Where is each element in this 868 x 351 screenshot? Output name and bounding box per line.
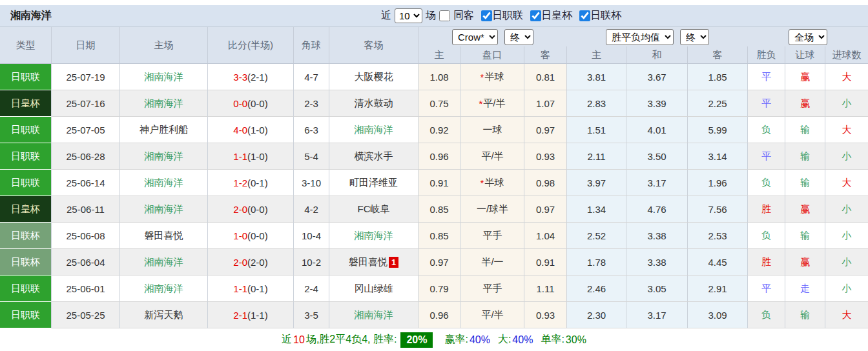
match-date: 25-06-11: [52, 196, 120, 223]
europe-draw-odds: 3.05: [626, 276, 688, 302]
handicap-cell: *平/半: [460, 90, 524, 117]
bookmaker-select[interactable]: Crow*: [452, 29, 498, 45]
league-type-badge: 日职联: [0, 64, 52, 90]
full-time-score: 2-0: [233, 257, 247, 268]
full-time-score: 1-1: [233, 283, 247, 294]
europe-odds-selects: 胜平负均值 终: [567, 27, 748, 46]
same-opponent-label: 同客: [453, 9, 474, 23]
match-row: 日联杯 25-06-04 湘南海洋 2-0(2-0) 10-2 磐田喜悦1 0.…: [0, 249, 868, 276]
subcol-handicap: 盘口: [460, 46, 524, 63]
half-time-score: (0-1): [247, 177, 268, 188]
asian-away-odds: 0.98: [524, 170, 567, 196]
goals-over-under: 大: [825, 170, 868, 196]
handicap-result: 赢: [785, 196, 825, 223]
home-team: 神户胜利船: [120, 117, 208, 143]
home-team: 湘南海洋: [120, 196, 208, 223]
matches-label: 场: [426, 9, 436, 23]
away-team: 湘南海洋: [355, 309, 393, 321]
away-team: FC岐阜: [358, 203, 390, 216]
corner-count: 3-10: [294, 170, 329, 196]
match-row: 日职联 25-06-01 湘南海洋 1-1(0-1) 2-4 冈山绿雄 0.79…: [0, 276, 868, 302]
half-time-score: (2-1): [247, 72, 268, 83]
col-header-corner: 角球: [294, 27, 329, 63]
handicap-line: 半/一: [481, 256, 503, 268]
europe-away-odds: 7.56: [688, 196, 748, 223]
home-team: 湘南海洋: [120, 64, 208, 90]
away-team-cell: 大阪樱花: [329, 64, 418, 90]
handicap-line: 平/半: [481, 309, 503, 321]
asian-odds-time-select[interactable]: 终: [504, 29, 533, 45]
europe-home-odds: 1.51: [567, 117, 626, 143]
match-result: 平: [748, 64, 785, 90]
corner-count: 6-3: [294, 117, 329, 143]
league-type-badge: 日皇杯: [0, 196, 52, 223]
home-team: 新泻天鹅: [120, 302, 208, 328]
col-header-away: 客场: [329, 27, 418, 63]
win-rate-badge: 20%: [400, 332, 433, 348]
asian-home-odds: 0.92: [418, 117, 460, 143]
home-team: 湘南海洋: [120, 249, 208, 276]
goals-over-under: 小: [825, 196, 868, 223]
match-date: 25-06-14: [52, 170, 120, 196]
handicap-result: 输: [785, 143, 825, 170]
home-team: 湘南海洋: [120, 170, 208, 196]
asian-home-odds: 0.91: [418, 170, 460, 196]
match-result: 平: [748, 276, 785, 302]
summary-count: 10: [293, 334, 305, 346]
match-row: 日职联 25-06-14 湘南海洋 1-2(0-1) 3-10 町田泽维亚 0.…: [0, 170, 868, 196]
handicap-rate-value: 40%: [470, 334, 490, 346]
filter-league-cup-checkbox[interactable]: [579, 10, 590, 21]
score-cell: 0-0(0-0): [208, 90, 294, 117]
corner-count: 10-4: [294, 223, 329, 249]
full-time-score: 2-1: [233, 310, 247, 321]
same-opponent-checkbox[interactable]: [439, 10, 450, 21]
half-time-score: (1-0): [247, 125, 268, 135]
score-cell: 1-0(0-0): [208, 223, 294, 249]
europe-draw-odds: 4.76: [626, 196, 688, 223]
away-team: 湘南海洋: [355, 230, 393, 242]
col-header-home: 主场: [120, 27, 208, 63]
asian-home-odds: 0.96: [418, 302, 460, 328]
europe-odds-select[interactable]: 胜平负均值: [606, 29, 674, 45]
europe-away-odds: 1.96: [688, 170, 748, 196]
goals-over-under: 小: [825, 143, 868, 170]
filter-jleague-label: 日职联: [492, 9, 523, 23]
recent-count-select[interactable]: 10: [395, 8, 422, 23]
half-time-score: (0-0): [247, 230, 268, 241]
europe-away-odds: 2.25: [688, 90, 748, 117]
handicap-result: 赢: [785, 249, 825, 276]
match-result: 负: [748, 223, 785, 249]
filter-emperor-cup-checkbox[interactable]: [530, 10, 541, 21]
away-team-cell: 湘南海洋: [329, 302, 418, 328]
match-date: 25-06-01: [52, 276, 120, 302]
away-team-badge: 1: [389, 257, 398, 268]
subcol-asian-home: 主: [418, 46, 460, 63]
europe-draw-odds: 3.17: [626, 170, 688, 196]
summary-record: 场,胜2平4负4, 胜率:: [306, 333, 397, 346]
match-result: 胜: [748, 249, 785, 276]
subcol-odds-away: 客: [688, 46, 748, 63]
score-cell: 1-1(1-0): [208, 143, 294, 170]
match-result: 平: [748, 143, 785, 170]
summary-footer: 近 10 场,胜2平4负4, 胜率: 20% 赢率: 40% 大: 40% 单率…: [0, 328, 868, 351]
handicap-cell: 平/半: [460, 143, 524, 170]
league-type-badge: 日联杯: [0, 223, 52, 249]
asian-away-odds: 1.07: [524, 90, 567, 117]
away-team: 清水鼓动: [355, 97, 393, 110]
match-date: 25-07-05: [52, 117, 120, 143]
europe-home-odds: 2.52: [567, 223, 626, 249]
subcol-odds-draw: 和: [626, 46, 688, 63]
full-time-score: 3-3: [233, 72, 247, 83]
match-table: 类型 日期 主场 比分(半场) 角球 客场 Crow* 终 胜平负均值 终: [0, 27, 868, 328]
league-type-badge: 日职联: [0, 170, 52, 196]
scope-select[interactable]: 全场: [789, 29, 827, 45]
big-rate-label: 大:: [498, 333, 511, 346]
europe-odds-time-select[interactable]: 终: [680, 29, 709, 45]
europe-home-odds: 2.30: [567, 302, 626, 328]
corner-count: 3-5: [294, 302, 329, 328]
filter-jleague-checkbox[interactable]: [481, 10, 492, 21]
half-time-score: (1-0): [247, 151, 268, 162]
goals-over-under: 大: [825, 302, 868, 328]
league-type-badge: 日职联: [0, 276, 52, 302]
match-result: 平: [748, 90, 785, 117]
